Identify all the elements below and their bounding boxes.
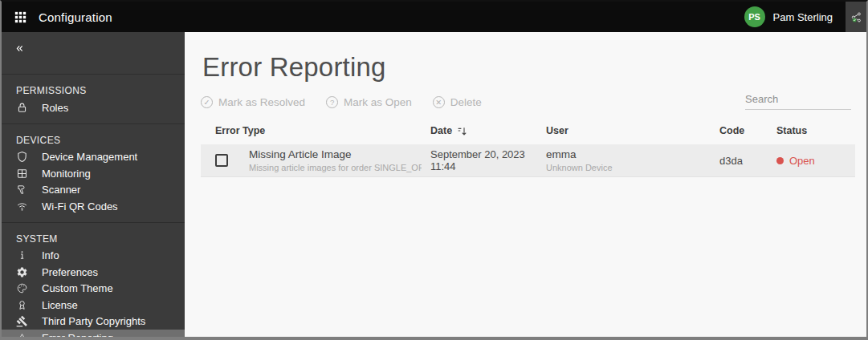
status-dot-icon: [776, 157, 784, 164]
app-title: Configuration: [39, 10, 112, 24]
user-name-value: emma: [546, 148, 719, 160]
sidebar-section-devices: DEVICES Device Management Monitoring: [2, 124, 185, 222]
sidebar-item-third-party-copyrights[interactable]: Third Party Copyrights: [2, 314, 185, 330]
sort-icon: [457, 126, 467, 136]
sidebar-section-system: SYSTEM Info Preferences: [2, 223, 185, 338]
apps-menu-button[interactable]: [2, 11, 39, 23]
code-cell: d3da: [719, 155, 776, 167]
avatar[interactable]: PS: [744, 6, 765, 27]
error-type-cell: Missing Article Image Missing article im…: [249, 148, 430, 172]
sidebar: PERMISSIONS Roles DEVICES: [2, 32, 185, 337]
date-cell: September 20, 2023 11:44: [430, 148, 546, 172]
sidebar-item-label: Preferences: [42, 266, 98, 278]
sidebar-item-label: Scanner: [42, 184, 80, 196]
sidebar-section-permissions: PERMISSIONS Roles: [2, 75, 185, 123]
column-header-error-type: Error Type: [201, 125, 430, 136]
search-input[interactable]: [745, 91, 851, 109]
sidebar-item-label: Wi-Fi QR Codes: [42, 200, 118, 212]
main-content: Error Reporting ✓ Mark as Resolved ? Mar…: [185, 32, 866, 337]
circle-check-icon: ✓: [201, 96, 213, 108]
column-header-date[interactable]: Date: [430, 125, 546, 136]
sidebar-item-label: Third Party Copyrights: [42, 315, 145, 327]
circle-x-icon: ✕: [433, 96, 445, 108]
sidebar-item-scanner[interactable]: Scanner: [2, 182, 185, 199]
chevrons-left-icon: [14, 42, 26, 55]
collapse-sidebar-button[interactable]: [2, 32, 185, 74]
sidebar-item-monitoring[interactable]: Monitoring: [2, 165, 185, 182]
row-checkbox[interactable]: [215, 154, 228, 167]
user-device-value: Unknown Device: [546, 163, 719, 172]
gear-icon: [16, 266, 28, 278]
sidebar-item-preferences[interactable]: Preferences: [2, 264, 185, 281]
gavel-icon: [16, 315, 28, 327]
search-field: [745, 91, 851, 110]
info-icon: [16, 249, 28, 261]
section-header-system: SYSTEM: [2, 230, 185, 248]
sidebar-item-label: Info: [42, 249, 59, 261]
user-cell: emma Unknown Device: [546, 148, 719, 172]
sidebar-item-license[interactable]: License: [2, 297, 185, 314]
user-name[interactable]: Pam Sterling: [773, 11, 833, 23]
column-header-status: Status: [776, 125, 855, 136]
error-table: Error Type Date User Code Status: [201, 117, 855, 177]
section-header-permissions: PERMISSIONS: [2, 82, 185, 99]
sidebar-item-label: Roles: [42, 102, 68, 114]
toolbar-button-label: Mark as Open: [344, 96, 412, 108]
lock-icon: [16, 102, 28, 114]
column-header-user: User: [546, 125, 719, 136]
column-header-code: Code: [719, 125, 776, 136]
toolbar-button-label: Mark as Resolved: [218, 96, 305, 108]
topbar-right: PS Pam Sterling: [744, 2, 866, 32]
error-type-title: Missing Article Image: [249, 148, 430, 160]
sidebar-item-label: Error Reporting: [42, 332, 113, 337]
sidebar-item-label: Device Management: [42, 151, 137, 163]
sidebar-item-device-management[interactable]: Device Management: [2, 149, 185, 166]
sidebar-item-label: License: [42, 299, 78, 311]
checkbox-cell: [201, 154, 249, 167]
table-row[interactable]: Missing Article Image Missing article im…: [201, 144, 855, 177]
sidebar-item-label: Monitoring: [42, 168, 91, 180]
award-icon: [16, 299, 28, 311]
error-type-detail: Missing article images for order SINGLE_…: [249, 163, 422, 172]
table-header-row: Error Type Date User Code Status: [201, 117, 855, 144]
scanner-icon: [16, 184, 28, 196]
shield-icon: [16, 151, 28, 163]
sidebar-item-label: Custom Theme: [42, 282, 113, 294]
sidebar-item-error-reporting[interactable]: Error Reporting: [2, 330, 185, 337]
circle-question-icon: ?: [326, 96, 338, 108]
sidebar-item-wifi-qr-codes[interactable]: Wi-Fi QR Codes: [2, 198, 185, 215]
palette-icon: [16, 282, 28, 294]
configuration-window: Configuration PS Pam Sterling: [0, 0, 868, 340]
section-header-devices: DEVICES: [2, 132, 185, 149]
page-title: Error Reporting: [202, 52, 855, 83]
sidebar-item-roles[interactable]: Roles: [2, 99, 185, 116]
toolbar-button-label: Delete: [450, 96, 482, 108]
wifi-icon: [16, 200, 28, 212]
table-grid-icon: [16, 168, 28, 180]
delete-button[interactable]: ✕ Delete: [433, 96, 482, 108]
connection-status-button[interactable]: [846, 2, 866, 32]
mark-as-resolved-button[interactable]: ✓ Mark as Resolved: [201, 96, 305, 108]
sidebar-item-custom-theme[interactable]: Custom Theme: [2, 281, 185, 298]
mark-as-open-button[interactable]: ? Mark as Open: [326, 96, 412, 108]
status-cell: Open: [776, 155, 855, 167]
apps-grid-icon: [14, 11, 26, 23]
warning-icon: [16, 332, 28, 337]
connection-share-icon: [850, 11, 862, 23]
sidebar-item-info[interactable]: Info: [2, 248, 185, 265]
status-badge: Open: [789, 155, 815, 167]
topbar: Configuration PS Pam Sterling: [2, 2, 866, 32]
